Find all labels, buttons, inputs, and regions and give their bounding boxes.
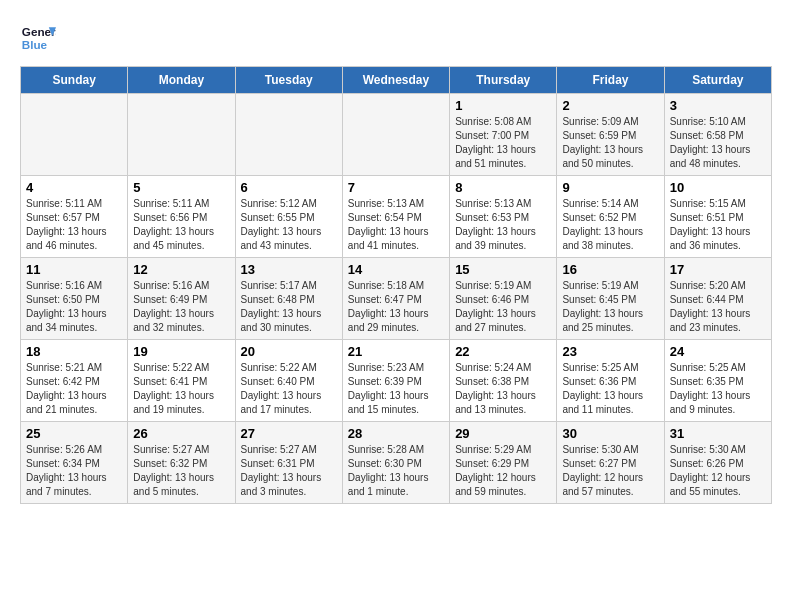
day-number: 22 — [455, 344, 551, 359]
day-info: Sunrise: 5:24 AM Sunset: 6:38 PM Dayligh… — [455, 361, 551, 417]
calendar-cell: 27Sunrise: 5:27 AM Sunset: 6:31 PM Dayli… — [235, 422, 342, 504]
calendar-cell: 30Sunrise: 5:30 AM Sunset: 6:27 PM Dayli… — [557, 422, 664, 504]
day-info: Sunrise: 5:29 AM Sunset: 6:29 PM Dayligh… — [455, 443, 551, 499]
day-info: Sunrise: 5:14 AM Sunset: 6:52 PM Dayligh… — [562, 197, 658, 253]
day-number: 20 — [241, 344, 337, 359]
calendar-week-row: 4Sunrise: 5:11 AM Sunset: 6:57 PM Daylig… — [21, 176, 772, 258]
weekday-header: Friday — [557, 67, 664, 94]
day-info: Sunrise: 5:10 AM Sunset: 6:58 PM Dayligh… — [670, 115, 766, 171]
day-info: Sunrise: 5:30 AM Sunset: 6:26 PM Dayligh… — [670, 443, 766, 499]
day-info: Sunrise: 5:22 AM Sunset: 6:40 PM Dayligh… — [241, 361, 337, 417]
day-number: 1 — [455, 98, 551, 113]
day-number: 30 — [562, 426, 658, 441]
day-number: 31 — [670, 426, 766, 441]
day-info: Sunrise: 5:08 AM Sunset: 7:00 PM Dayligh… — [455, 115, 551, 171]
calendar-week-row: 11Sunrise: 5:16 AM Sunset: 6:50 PM Dayli… — [21, 258, 772, 340]
day-number: 3 — [670, 98, 766, 113]
day-info: Sunrise: 5:17 AM Sunset: 6:48 PM Dayligh… — [241, 279, 337, 335]
day-number: 6 — [241, 180, 337, 195]
day-info: Sunrise: 5:25 AM Sunset: 6:36 PM Dayligh… — [562, 361, 658, 417]
calendar-cell: 17Sunrise: 5:20 AM Sunset: 6:44 PM Dayli… — [664, 258, 771, 340]
day-number: 4 — [26, 180, 122, 195]
day-info: Sunrise: 5:13 AM Sunset: 6:54 PM Dayligh… — [348, 197, 444, 253]
logo: General Blue — [20, 20, 62, 56]
calendar-cell: 29Sunrise: 5:29 AM Sunset: 6:29 PM Dayli… — [450, 422, 557, 504]
calendar-week-row: 1Sunrise: 5:08 AM Sunset: 7:00 PM Daylig… — [21, 94, 772, 176]
calendar-cell — [21, 94, 128, 176]
day-info: Sunrise: 5:19 AM Sunset: 6:45 PM Dayligh… — [562, 279, 658, 335]
day-number: 27 — [241, 426, 337, 441]
weekday-header: Thursday — [450, 67, 557, 94]
day-number: 14 — [348, 262, 444, 277]
day-info: Sunrise: 5:19 AM Sunset: 6:46 PM Dayligh… — [455, 279, 551, 335]
day-info: Sunrise: 5:13 AM Sunset: 6:53 PM Dayligh… — [455, 197, 551, 253]
weekday-header: Wednesday — [342, 67, 449, 94]
calendar-cell: 5Sunrise: 5:11 AM Sunset: 6:56 PM Daylig… — [128, 176, 235, 258]
calendar-cell: 2Sunrise: 5:09 AM Sunset: 6:59 PM Daylig… — [557, 94, 664, 176]
calendar-cell: 31Sunrise: 5:30 AM Sunset: 6:26 PM Dayli… — [664, 422, 771, 504]
calendar-cell: 22Sunrise: 5:24 AM Sunset: 6:38 PM Dayli… — [450, 340, 557, 422]
day-number: 29 — [455, 426, 551, 441]
day-info: Sunrise: 5:27 AM Sunset: 6:32 PM Dayligh… — [133, 443, 229, 499]
calendar-cell: 24Sunrise: 5:25 AM Sunset: 6:35 PM Dayli… — [664, 340, 771, 422]
header: General Blue — [20, 20, 772, 56]
day-info: Sunrise: 5:22 AM Sunset: 6:41 PM Dayligh… — [133, 361, 229, 417]
day-info: Sunrise: 5:23 AM Sunset: 6:39 PM Dayligh… — [348, 361, 444, 417]
day-number: 2 — [562, 98, 658, 113]
calendar-cell — [342, 94, 449, 176]
calendar-table: SundayMondayTuesdayWednesdayThursdayFrid… — [20, 66, 772, 504]
calendar-cell: 21Sunrise: 5:23 AM Sunset: 6:39 PM Dayli… — [342, 340, 449, 422]
calendar-cell: 10Sunrise: 5:15 AM Sunset: 6:51 PM Dayli… — [664, 176, 771, 258]
weekday-header-row: SundayMondayTuesdayWednesdayThursdayFrid… — [21, 67, 772, 94]
day-info: Sunrise: 5:09 AM Sunset: 6:59 PM Dayligh… — [562, 115, 658, 171]
day-number: 17 — [670, 262, 766, 277]
weekday-header: Sunday — [21, 67, 128, 94]
calendar-cell: 12Sunrise: 5:16 AM Sunset: 6:49 PM Dayli… — [128, 258, 235, 340]
calendar-cell — [235, 94, 342, 176]
day-number: 24 — [670, 344, 766, 359]
day-number: 23 — [562, 344, 658, 359]
day-info: Sunrise: 5:25 AM Sunset: 6:35 PM Dayligh… — [670, 361, 766, 417]
day-number: 18 — [26, 344, 122, 359]
calendar-cell: 20Sunrise: 5:22 AM Sunset: 6:40 PM Dayli… — [235, 340, 342, 422]
calendar-cell: 28Sunrise: 5:28 AM Sunset: 6:30 PM Dayli… — [342, 422, 449, 504]
day-number: 8 — [455, 180, 551, 195]
calendar-cell: 11Sunrise: 5:16 AM Sunset: 6:50 PM Dayli… — [21, 258, 128, 340]
day-number: 13 — [241, 262, 337, 277]
weekday-header: Saturday — [664, 67, 771, 94]
calendar-cell: 3Sunrise: 5:10 AM Sunset: 6:58 PM Daylig… — [664, 94, 771, 176]
day-number: 7 — [348, 180, 444, 195]
calendar-cell: 7Sunrise: 5:13 AM Sunset: 6:54 PM Daylig… — [342, 176, 449, 258]
calendar-cell: 18Sunrise: 5:21 AM Sunset: 6:42 PM Dayli… — [21, 340, 128, 422]
day-number: 28 — [348, 426, 444, 441]
day-number: 5 — [133, 180, 229, 195]
day-info: Sunrise: 5:12 AM Sunset: 6:55 PM Dayligh… — [241, 197, 337, 253]
day-info: Sunrise: 5:26 AM Sunset: 6:34 PM Dayligh… — [26, 443, 122, 499]
day-info: Sunrise: 5:11 AM Sunset: 6:57 PM Dayligh… — [26, 197, 122, 253]
weekday-header: Monday — [128, 67, 235, 94]
calendar-cell: 25Sunrise: 5:26 AM Sunset: 6:34 PM Dayli… — [21, 422, 128, 504]
calendar-cell: 19Sunrise: 5:22 AM Sunset: 6:41 PM Dayli… — [128, 340, 235, 422]
calendar-week-row: 25Sunrise: 5:26 AM Sunset: 6:34 PM Dayli… — [21, 422, 772, 504]
calendar-cell: 14Sunrise: 5:18 AM Sunset: 6:47 PM Dayli… — [342, 258, 449, 340]
calendar-cell: 23Sunrise: 5:25 AM Sunset: 6:36 PM Dayli… — [557, 340, 664, 422]
calendar-cell: 1Sunrise: 5:08 AM Sunset: 7:00 PM Daylig… — [450, 94, 557, 176]
svg-text:Blue: Blue — [22, 38, 48, 51]
day-info: Sunrise: 5:27 AM Sunset: 6:31 PM Dayligh… — [241, 443, 337, 499]
calendar-cell: 9Sunrise: 5:14 AM Sunset: 6:52 PM Daylig… — [557, 176, 664, 258]
day-number: 15 — [455, 262, 551, 277]
weekday-header: Tuesday — [235, 67, 342, 94]
day-info: Sunrise: 5:30 AM Sunset: 6:27 PM Dayligh… — [562, 443, 658, 499]
calendar-cell: 6Sunrise: 5:12 AM Sunset: 6:55 PM Daylig… — [235, 176, 342, 258]
calendar-cell: 4Sunrise: 5:11 AM Sunset: 6:57 PM Daylig… — [21, 176, 128, 258]
day-info: Sunrise: 5:18 AM Sunset: 6:47 PM Dayligh… — [348, 279, 444, 335]
day-number: 19 — [133, 344, 229, 359]
day-info: Sunrise: 5:16 AM Sunset: 6:49 PM Dayligh… — [133, 279, 229, 335]
day-info: Sunrise: 5:11 AM Sunset: 6:56 PM Dayligh… — [133, 197, 229, 253]
calendar-cell: 26Sunrise: 5:27 AM Sunset: 6:32 PM Dayli… — [128, 422, 235, 504]
day-number: 9 — [562, 180, 658, 195]
day-number: 21 — [348, 344, 444, 359]
day-number: 11 — [26, 262, 122, 277]
logo-icon: General Blue — [20, 20, 56, 56]
calendar-cell: 8Sunrise: 5:13 AM Sunset: 6:53 PM Daylig… — [450, 176, 557, 258]
